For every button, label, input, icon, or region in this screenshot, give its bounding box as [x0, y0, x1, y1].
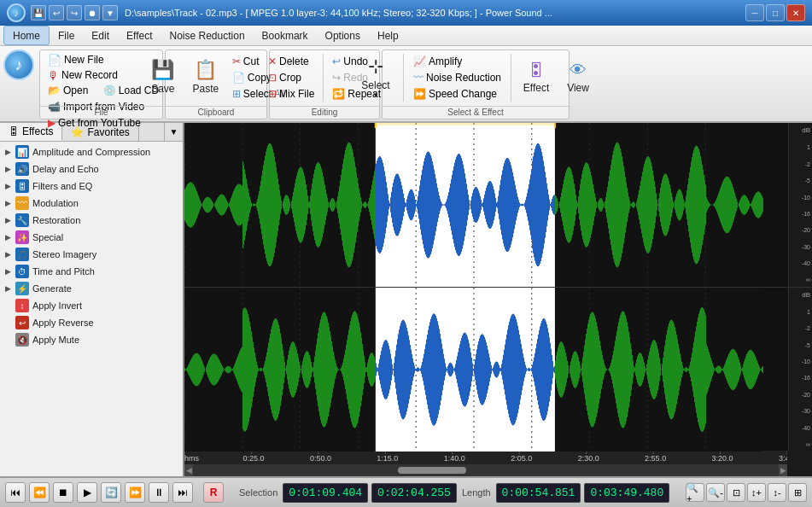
menu-noise-reduction[interactable]: Noise Reduction [161, 26, 254, 45]
stop-btn[interactable]: ⏹ [53, 482, 73, 503]
redo-quick-btn[interactable]: ↪ [67, 5, 82, 20]
scroll-left-btn[interactable]: ◀ [184, 464, 193, 476]
save-btn[interactable]: 💾 Save [143, 52, 184, 102]
menu-bookmark[interactable]: Bookmark [254, 26, 317, 45]
menu-help[interactable]: Help [369, 26, 407, 45]
menu-options[interactable]: Options [317, 26, 369, 45]
youtube-btn[interactable]: ▶ Get from YouTube [44, 115, 145, 131]
close-btn[interactable]: ✕ [786, 4, 805, 21]
rewind-btn[interactable]: ⏪ [29, 482, 50, 503]
scrollbar-area[interactable]: ◀ ▶ [184, 464, 812, 476]
play-loop-btn[interactable]: 🔄 [101, 482, 121, 503]
app-logo [7, 3, 26, 22]
track-bottom[interactable] [184, 288, 788, 452]
zoom-out-h-btn[interactable]: 🔍- [706, 483, 725, 502]
ribbon: ♪ 📄 New File 🎙 New Record 📂 Open 💿 Load … [0, 46, 812, 123]
go-end-btn[interactable]: ⏭ [172, 482, 193, 503]
list-item[interactable]: ▶ 📊 Amplitude and Compression [0, 143, 183, 160]
view-btn[interactable]: 👁 View [558, 52, 598, 102]
expand-icon: ▶ [3, 284, 12, 293]
window-title: D:\samples\Track - 02.mp3 - [ MPEG 1.0 l… [125, 8, 745, 18]
select-btn[interactable]: ⊹ Select ▼ [353, 52, 398, 102]
time-ruler-canvas [184, 451, 787, 464]
menu-effect[interactable]: Effect [118, 26, 161, 45]
menu-file[interactable]: File [50, 26, 83, 45]
list-item[interactable]: ▶ ⏱ Time and Pitch [0, 263, 183, 280]
copy-icon: 📄 [232, 72, 245, 84]
zoom-out-v-btn[interactable]: ↕- [768, 483, 786, 502]
list-item[interactable]: ▶ 🔧 Restoration [0, 212, 183, 229]
save-quick-btn[interactable]: 💾 [31, 5, 46, 20]
editing-group-label: Editing [270, 106, 379, 117]
list-item[interactable]: ▶ ⚡ Generate [0, 280, 183, 297]
scrollbar-thumb[interactable] [398, 467, 466, 474]
amplify-btn[interactable]: 📈 Amplify [409, 54, 505, 69]
waveform-tracks [184, 123, 788, 451]
paste-icon: 📋 [194, 59, 217, 81]
effect-modulation-icon: 〰 [15, 196, 29, 210]
list-item[interactable]: ▶ 🔇 Apply Mute [0, 331, 183, 348]
settings-quick-btn[interactable]: ▼ [102, 5, 118, 20]
record-btn[interactable]: R [203, 482, 224, 503]
app-logo-ribbon[interactable]: ♪ [3, 50, 34, 80]
effects-panel: 🎛 Effects ⭐ Favorites ▼ ▶ 📊 Amplitude an… [0, 123, 184, 476]
effects-tab-icon: 🎛 [9, 125, 19, 137]
title-bar: 💾 ↩ ↪ ⏺ ▼ D:\samples\Track - 02.mp3 - [ … [0, 0, 812, 26]
list-item[interactable]: ▶ ↩ Apply Reverse [0, 314, 183, 331]
menu-edit[interactable]: Edit [83, 26, 118, 45]
minimize-btn[interactable]: ─ [745, 4, 764, 21]
zoom-controls: 🔍+ 🔍- ⊡ ↕+ ↕- ⊞ [686, 483, 807, 502]
crop-btn[interactable]: ⊡ Crop [264, 70, 318, 85]
pause-btn[interactable]: ⏸ [149, 482, 169, 503]
record-quick-btn[interactable]: ⏺ [85, 5, 100, 20]
list-item[interactable]: ▶ ✨ Special [0, 229, 183, 246]
expand-icon: ▶ [3, 148, 12, 156]
speed-icon: ⏩ [413, 88, 426, 100]
zoom-in-v-btn[interactable]: ↕+ [747, 483, 766, 502]
list-item[interactable]: ▶ 🎵 Stereo Imagery [0, 246, 183, 263]
go-start-btn[interactable]: ⏮ [5, 482, 26, 503]
panel-menu-btn[interactable]: ▼ [164, 123, 183, 141]
new-file-btn[interactable]: 📄 New File [44, 52, 159, 67]
select-all-icon: ⊞ [232, 88, 241, 100]
open-btn[interactable]: 📂 Open [44, 83, 97, 98]
effect-eq-icon: 🎛 [15, 179, 29, 193]
expand-icon: ▶ [3, 267, 12, 276]
speed-change-btn[interactable]: ⏩ Speed Change [409, 86, 505, 102]
expand-icon: ▶ [3, 250, 12, 259]
undo-quick-btn[interactable]: ↩ [49, 5, 64, 20]
window-controls: ─ □ ✕ [745, 4, 805, 21]
new-record-btn[interactable]: 🎙 New Record [44, 67, 159, 83]
effect-reverse-icon: ↩ [15, 316, 29, 329]
zoom-fit-btn[interactable]: ⊡ [727, 483, 745, 502]
scroll-right-btn[interactable]: ▶ [779, 464, 787, 476]
list-item[interactable]: ▶ 〰 Modulation [0, 195, 183, 212]
delete-btn[interactable]: ✕ Delete [264, 54, 318, 69]
mix-file-btn[interactable]: ⊞ Mix File [264, 86, 318, 102]
list-item[interactable]: ▶ ↕ Apply Invert [0, 297, 183, 314]
zoom-sel-btn[interactable]: ⊞ [788, 483, 807, 502]
track-top[interactable] [184, 123, 788, 288]
list-item[interactable]: ▶ 🎛 Filters and EQ [0, 178, 183, 195]
scrollbar-track[interactable] [193, 464, 779, 476]
noise-reduction-btn[interactable]: 〰 Noise Reduction [409, 70, 505, 85]
maximize-btn[interactable]: □ [766, 4, 785, 21]
zoom-in-h-btn[interactable]: 🔍+ [686, 483, 704, 502]
new-file-icon: 📄 [48, 54, 61, 67]
list-item[interactable]: ▶ 🔊 Delay and Echo [0, 160, 183, 178]
menu-home[interactable]: Home [3, 26, 50, 45]
paste-btn[interactable]: 📋 Paste [185, 52, 226, 102]
ribbon-group-select-effect: ⊹ Select ▼ 📈 Amplify 〰 Noise Reduction ⏩… [382, 50, 570, 119]
effect-mute-icon: 🔇 [15, 333, 29, 347]
noise-reduction-icon: 〰 [413, 72, 424, 84]
waveform-container[interactable]: dB 1 -2 -5 -10 -16 -20 -30 -40 ∞ dB 1 -2… [184, 123, 812, 451]
play-btn[interactable]: ▶ [77, 482, 97, 503]
new-record-icon: 🎙 [48, 69, 59, 82]
effect-btn[interactable]: 🎛 Effect [517, 52, 556, 102]
waveform-area: dB 1 -2 -5 -10 -16 -20 -30 -40 ∞ dB 1 -2… [184, 123, 812, 476]
length-label: Length [462, 487, 491, 498]
undo-icon: ↩ [332, 55, 341, 67]
total-length-display: 0:03:49.480 [584, 483, 669, 503]
fast-forward-btn[interactable]: ⏩ [125, 482, 145, 503]
youtube-icon: ▶ [48, 117, 55, 129]
